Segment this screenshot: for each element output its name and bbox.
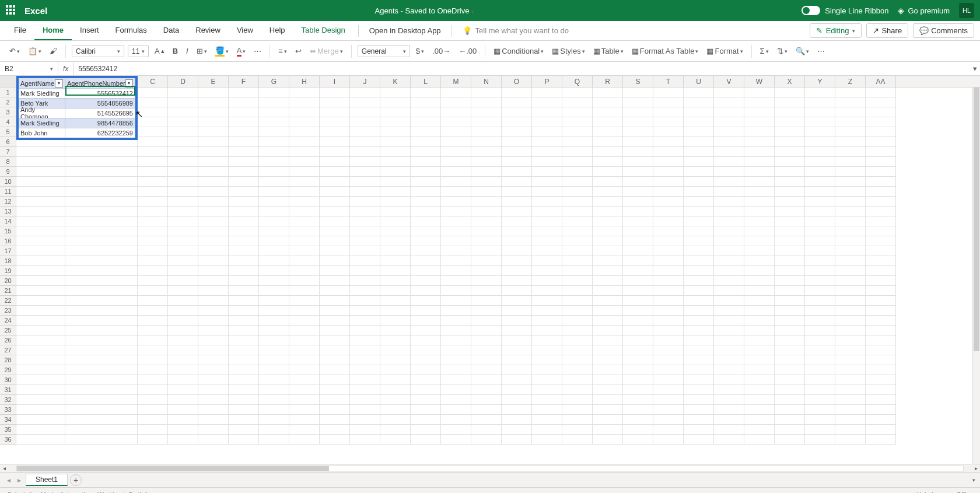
cell[interactable] — [775, 286, 805, 296]
cell[interactable] — [835, 385, 866, 395]
cell[interactable] — [714, 335, 744, 345]
cell[interactable] — [380, 425, 411, 435]
cell[interactable] — [532, 335, 562, 345]
cell[interactable] — [229, 266, 259, 276]
cell[interactable] — [198, 385, 229, 395]
cell[interactable] — [168, 365, 198, 375]
cell[interactable] — [775, 147, 805, 157]
cell[interactable] — [65, 236, 138, 246]
cell[interactable] — [289, 207, 320, 216]
cell[interactable] — [259, 385, 289, 395]
sheet-tab[interactable]: Sheet1 — [26, 474, 68, 486]
cell[interactable] — [259, 345, 289, 355]
row-header[interactable]: 35 — [0, 425, 16, 435]
cell[interactable] — [775, 216, 805, 226]
cell[interactable] — [866, 425, 896, 435]
cell[interactable] — [198, 425, 229, 435]
tab-formulas[interactable]: Formulas — [107, 21, 155, 40]
autosum-button[interactable]: Σ▾ — [758, 46, 771, 57]
cell[interactable] — [866, 316, 896, 326]
cell[interactable] — [138, 187, 168, 197]
cell[interactable] — [198, 375, 229, 385]
find-button[interactable]: 🔍▾ — [793, 46, 811, 57]
cell[interactable] — [16, 207, 65, 216]
cell[interactable] — [229, 177, 259, 187]
cell[interactable] — [441, 187, 471, 197]
cell[interactable] — [684, 435, 714, 445]
cell[interactable] — [411, 167, 441, 177]
cell[interactable] — [653, 97, 684, 107]
cell[interactable] — [775, 365, 805, 375]
cell[interactable] — [471, 256, 502, 266]
cell[interactable] — [562, 335, 593, 345]
cell[interactable] — [320, 266, 350, 276]
row-header[interactable]: 2 — [0, 97, 16, 107]
cell[interactable] — [866, 147, 896, 157]
cell[interactable] — [714, 137, 744, 147]
cell[interactable] — [380, 88, 411, 97]
fill-color-button[interactable]: 🪣▾ — [213, 45, 231, 58]
cell[interactable] — [835, 157, 866, 167]
cell[interactable] — [16, 197, 65, 207]
cell[interactable] — [259, 306, 289, 316]
cell[interactable] — [168, 137, 198, 147]
cell[interactable] — [65, 405, 138, 415]
cell[interactable] — [805, 306, 835, 316]
cell[interactable] — [775, 88, 805, 97]
cell[interactable] — [623, 296, 653, 306]
cell[interactable] — [229, 415, 259, 425]
cell[interactable] — [229, 157, 259, 167]
table-header-agentname[interactable]: AgentName ▾ — [19, 78, 65, 88]
cell[interactable] — [653, 127, 684, 137]
cell[interactable] — [835, 306, 866, 316]
cell[interactable] — [380, 236, 411, 246]
cell[interactable] — [289, 335, 320, 345]
cell[interactable] — [744, 216, 775, 226]
cell[interactable] — [471, 326, 502, 335]
cell[interactable] — [775, 425, 805, 435]
cell[interactable] — [502, 187, 532, 197]
cell[interactable] — [532, 266, 562, 276]
cell[interactable] — [168, 147, 198, 157]
format-button[interactable]: ▦ Format▾ — [704, 46, 745, 57]
cell[interactable] — [502, 97, 532, 107]
cell[interactable] — [562, 157, 593, 167]
tab-help[interactable]: Help — [261, 21, 293, 40]
cell[interactable] — [714, 177, 744, 187]
cell[interactable] — [16, 246, 65, 256]
cell[interactable] — [289, 197, 320, 207]
cell[interactable] — [411, 355, 441, 365]
cell[interactable] — [16, 167, 65, 177]
cell[interactable] — [320, 157, 350, 167]
cell[interactable] — [411, 296, 441, 306]
cell[interactable] — [471, 415, 502, 425]
cell[interactable] — [593, 167, 623, 177]
table-cell-name[interactable]: Bob John — [19, 128, 65, 138]
vertical-scrollbar[interactable] — [972, 88, 980, 464]
cell[interactable] — [138, 286, 168, 296]
cell[interactable] — [744, 266, 775, 276]
cell[interactable] — [350, 216, 380, 226]
cell[interactable] — [441, 157, 471, 167]
horizontal-scrollbar[interactable]: ◂ ▸ — [0, 464, 980, 472]
cell[interactable] — [866, 345, 896, 355]
cell[interactable] — [65, 425, 138, 435]
cell[interactable] — [653, 345, 684, 355]
table-button[interactable]: ▦ Table▾ — [591, 46, 626, 57]
row-header[interactable]: 17 — [0, 246, 16, 256]
cell[interactable] — [744, 197, 775, 207]
cell[interactable] — [16, 236, 65, 246]
cell[interactable] — [623, 326, 653, 335]
cell[interactable] — [16, 425, 65, 435]
cell[interactable] — [471, 117, 502, 127]
cell[interactable] — [684, 88, 714, 97]
row-header[interactable]: 15 — [0, 226, 16, 236]
cell[interactable] — [168, 425, 198, 435]
cell[interactable] — [714, 236, 744, 246]
cell[interactable] — [835, 107, 866, 117]
filter-icon[interactable]: ▾ — [55, 79, 63, 88]
cell[interactable] — [684, 216, 714, 226]
cell[interactable] — [138, 345, 168, 355]
cell[interactable] — [229, 137, 259, 147]
tab-review[interactable]: Review — [187, 21, 229, 40]
